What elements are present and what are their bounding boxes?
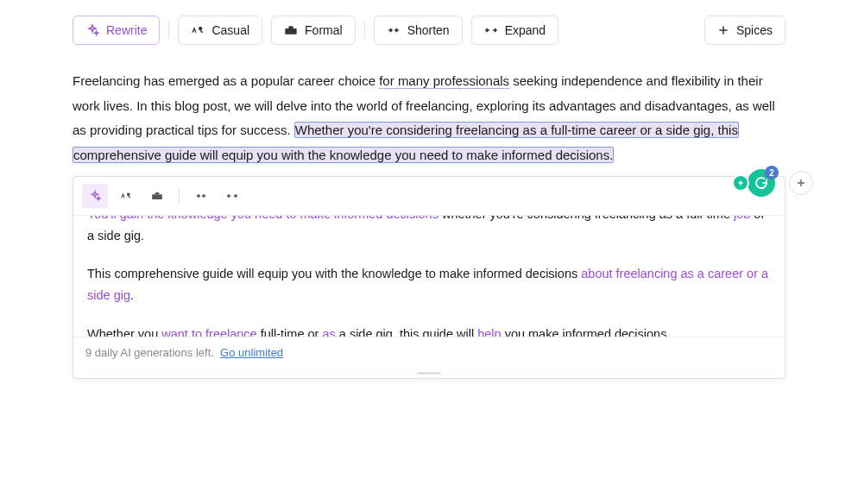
plus-icon [717, 24, 729, 36]
handle-line [417, 372, 441, 375]
suggestion-text: a side gig, this guide will [336, 327, 477, 337]
suggestions-footer: 9 daily AI generations left. Go unlimite… [73, 337, 785, 368]
grammarly-button[interactable]: 2 [748, 169, 775, 197]
formal-icon [284, 24, 298, 36]
formal-button[interactable]: Formal [271, 16, 356, 45]
casual-icon [120, 191, 132, 201]
suggestions-list[interactable]: You'll gain the knowledge you need to ma… [73, 216, 785, 337]
add-button[interactable] [789, 171, 813, 195]
casual-label: Casual [211, 23, 249, 37]
suggestion-text: Whether you [87, 327, 161, 337]
sparkle-icon [89, 190, 101, 202]
svg-rect-3 [155, 192, 160, 194]
suggestion-item[interactable]: You'll gain the knowledge you need to ma… [73, 216, 785, 255]
expand-tool[interactable] [219, 184, 245, 208]
suggestions-toolbar [73, 177, 785, 216]
toolbar-divider [168, 22, 169, 39]
svg-rect-0 [285, 28, 296, 35]
suggestion-text: This comprehensive guide will equip you … [87, 267, 581, 280]
suggestions-panel: You'll gain the knowledge you need to ma… [73, 176, 785, 379]
expand-icon [484, 25, 498, 35]
suggestion-highlight: job [734, 216, 750, 221]
svg-rect-2 [152, 194, 162, 199]
toolbar-divider [179, 188, 180, 204]
suggestion-item[interactable]: Whether you want to freelance full-time … [73, 315, 785, 337]
formal-label: Formal [305, 23, 343, 37]
go-unlimited-link[interactable]: Go unlimited [220, 346, 283, 359]
grammarly-badge: 2 [765, 166, 779, 180]
casual-button[interactable]: Casual [178, 16, 262, 45]
casual-tool[interactable] [113, 184, 139, 208]
suggestion-struck: You'll gain the knowledge you need to ma… [87, 216, 438, 221]
suggestion-text: you make informed decisions. [502, 327, 671, 337]
sparkle-icon [85, 23, 99, 37]
suggestion-text: . [130, 288, 134, 302]
spices-button[interactable]: Spices [704, 16, 785, 45]
panel-resize-handle[interactable] [73, 368, 785, 378]
suggestion-text: whether you're considering freelancing a… [438, 216, 734, 221]
generation-counter: 9 daily AI generations left. [85, 346, 214, 359]
grammar-issue[interactable]: for many professionals [379, 73, 509, 89]
rewrite-tool[interactable] [82, 184, 108, 208]
expand-label: Expand [505, 23, 546, 37]
formal-icon [151, 191, 163, 201]
grammarly-aux-button[interactable] [732, 174, 749, 192]
suggestion-highlight: help [477, 327, 501, 337]
formal-tool[interactable] [144, 184, 170, 208]
shorten-tool[interactable] [188, 184, 214, 208]
expand-button[interactable]: Expand [471, 16, 558, 45]
paragraph-text: Freelancing has emerged as a popular car… [73, 73, 379, 88]
svg-rect-1 [288, 26, 293, 28]
plus-icon [795, 177, 807, 189]
shorten-label: Shorten [407, 23, 450, 37]
suggestion-highlight: want to freelance [161, 327, 256, 337]
shorten-icon [387, 25, 401, 35]
shorten-icon [195, 192, 207, 200]
rewrite-label: Rewrite [106, 23, 147, 37]
toolbar-divider [364, 22, 365, 39]
shorten-button[interactable]: Shorten [374, 16, 463, 45]
spices-label: Spices [736, 23, 773, 37]
suggestion-highlight: as [322, 327, 335, 337]
casual-icon [191, 24, 205, 36]
expand-icon [226, 192, 238, 200]
rewrite-button[interactable]: Rewrite [73, 16, 160, 45]
editor-content[interactable]: Freelancing has emerged as a popular car… [0, 60, 858, 167]
suggestion-item[interactable]: This comprehensive guide will equip you … [73, 255, 785, 314]
suggestion-text: full-time or [257, 327, 323, 337]
plus-circle-icon [736, 179, 745, 187]
